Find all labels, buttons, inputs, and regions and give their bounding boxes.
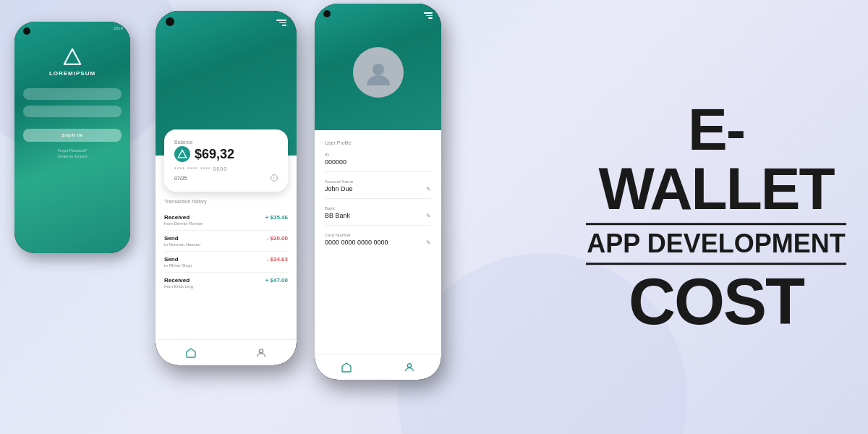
- svg-marker-0: [64, 49, 80, 64]
- edit-icon-card[interactable]: ✎: [426, 239, 431, 246]
- tx-amount: - $20.00: [267, 235, 288, 242]
- title-app-dev: APP DEVELOPMENT: [586, 229, 846, 258]
- field-label-card: Card Number: [325, 233, 431, 237]
- filter-line-2: [279, 22, 286, 24]
- card-logo: [174, 146, 190, 162]
- filter-line-2: [426, 15, 433, 17]
- tx-left: Send to Norman Hassan: [164, 235, 200, 247]
- card-number: **** **** **** 0000: [174, 166, 278, 171]
- tx-left: Received from Erick Ling: [164, 277, 193, 289]
- tx-from: to Rhino Shop: [164, 263, 192, 268]
- right-text-block: E-WALLET APP DEVELOPMENT COST: [586, 100, 846, 334]
- tx-amount: + $15.46: [265, 214, 288, 221]
- svg-marker-1: [178, 150, 186, 158]
- phone1-signin-button[interactable]: SIGN IN: [23, 129, 122, 142]
- filter-line-1: [276, 20, 286, 21]
- user-avatar: [353, 47, 404, 98]
- nav-profile-icon-p3[interactable]: [403, 361, 416, 374]
- phone1-logo-icon: [62, 47, 82, 67]
- filter-line-3: [428, 17, 433, 19]
- filter-icon-p3[interactable]: [424, 12, 433, 19]
- profile-field-card: Card Number 0000 0000 0000 0000 ✎: [325, 233, 431, 252]
- nav-profile-icon[interactable]: [255, 346, 268, 359]
- field-label-name: Account Name: [325, 179, 431, 184]
- phone1-password-field[interactable]: [23, 106, 122, 117]
- tx-from: to Norman Hassan: [164, 242, 200, 247]
- phone3-nav-bar: [315, 354, 441, 380]
- phone3-header: [315, 4, 441, 130]
- field-value-card: 0000 0000 0000 0000: [325, 239, 431, 246]
- tx-left: Received from Dennis Roman: [164, 214, 203, 226]
- balance-amount: $69,32: [195, 147, 234, 162]
- transaction-item: Received from Erick Ling + $47.00: [164, 273, 288, 293]
- phone1-forgot-link[interactable]: Forgot Password?: [57, 148, 87, 153]
- phone2-nav-bar: [156, 339, 297, 365]
- profile-field-id: ID 000000: [325, 153, 431, 172]
- phone1-signin-label: SIGN IN: [61, 133, 82, 137]
- tx-from: from Dennis Roman: [164, 221, 203, 226]
- title-cost: COST: [586, 269, 846, 334]
- field-value-bank: BB Bank: [325, 212, 431, 219]
- balance-label: Balance: [174, 140, 278, 145]
- field-value-id: 000000: [325, 158, 431, 166]
- phone2-header: Balance $69,32 **** **** **** 0000 07/25…: [156, 11, 297, 156]
- transaction-item: Send to Rhino Shop - $34.63: [164, 252, 288, 273]
- tx-type: Received: [164, 214, 203, 221]
- filter-icon[interactable]: [276, 20, 286, 26]
- phone1-create-link[interactable]: Create an Account: [57, 153, 87, 159]
- title-divider-1: [586, 223, 846, 225]
- info-icon[interactable]: i: [271, 174, 278, 182]
- field-label-bank: Bank: [325, 206, 431, 210]
- phone-login: 2018 LOREMIPSUM SIGN IN Forgot Password?…: [14, 22, 130, 253]
- transaction-item: Received from Dennis Roman + $15.46: [164, 210, 288, 231]
- phone3-body: User Profile ID 000000 Account Name John…: [315, 130, 441, 354]
- balance-row: $69,32: [174, 146, 278, 162]
- phone-login-screen: 2018 LOREMIPSUM SIGN IN Forgot Password?…: [14, 22, 130, 253]
- title-ewallet: E-WALLET: [586, 100, 846, 218]
- filter-line-3: [282, 25, 286, 26]
- profile-field-bank: Bank BB Bank ✎: [325, 206, 431, 226]
- filter-line-1: [424, 12, 433, 14]
- phone1-email-field[interactable]: [23, 88, 122, 100]
- title-divider-2: [586, 263, 846, 265]
- edit-icon-bank[interactable]: ✎: [426, 213, 431, 219]
- tx-amount: - $34.63: [267, 256, 288, 263]
- phone-profile-screen: User Profile ID 000000 Account Name John…: [315, 4, 441, 380]
- phone1-links: Forgot Password? Create an Account: [57, 148, 87, 159]
- nav-home-icon-p3[interactable]: [340, 361, 353, 374]
- card-date: 07/25: [174, 176, 187, 181]
- phone-profile: User Profile ID 000000 Account Name John…: [315, 4, 441, 380]
- nav-home-icon[interactable]: [184, 346, 197, 359]
- phone-wallet-screen: Balance $69,32 **** **** **** 0000 07/25…: [156, 11, 297, 365]
- tx-type: Send: [164, 256, 192, 263]
- tx-type: Received: [164, 277, 193, 284]
- tx-left: Send to Rhino Shop: [164, 256, 192, 268]
- phone1-app-name: LOREMIPSUM: [49, 70, 95, 77]
- transaction-item: Send to Norman Hassan - $20.00: [164, 231, 288, 252]
- phone1-status: 2018: [114, 26, 123, 30]
- tx-amount: + $47.00: [265, 277, 288, 284]
- phone1-camera: [23, 27, 30, 35]
- phone2-camera: [166, 17, 174, 26]
- phone3-camera: [323, 10, 331, 17]
- field-value-name: John Due: [325, 185, 431, 192]
- svg-point-3: [373, 64, 384, 75]
- profile-field-name: Account Name John Due ✎: [325, 179, 431, 199]
- svg-point-4: [408, 363, 412, 367]
- svg-point-2: [260, 349, 263, 352]
- page-layout: 2018 LOREMIPSUM SIGN IN Forgot Password?…: [0, 0, 868, 434]
- tx-type: Send: [164, 235, 200, 242]
- phone-wallet: Balance $69,32 **** **** **** 0000 07/25…: [156, 11, 297, 365]
- tx-from: from Erick Ling: [164, 284, 193, 289]
- transaction-history-label: Transaction history: [164, 199, 288, 204]
- edit-icon-name[interactable]: ✎: [426, 186, 431, 192]
- user-profile-label: User Profile: [325, 140, 431, 145]
- card-date-row: 07/25 i: [174, 174, 278, 182]
- wallet-card: Balance $69,32 **** **** **** 0000 07/25…: [164, 129, 288, 192]
- field-label-id: ID: [325, 153, 431, 157]
